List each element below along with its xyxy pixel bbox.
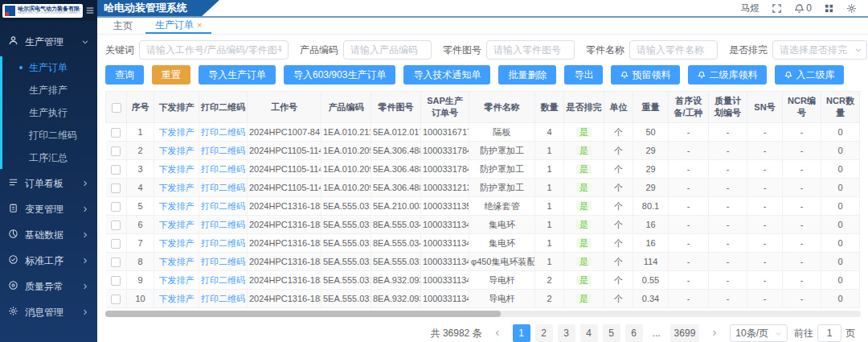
action-button-4[interactable]: 导入技术通知单 xyxy=(403,65,490,84)
page-button-3699[interactable]: 3699 xyxy=(670,324,700,342)
notification-bell-icon[interactable]: 0 xyxy=(794,2,812,14)
apps-grid-icon[interactable] xyxy=(824,3,834,14)
dispatch-link[interactable]: 下发排产 xyxy=(159,201,194,211)
sidebar-subitem-0[interactable]: 生产订单 xyxy=(0,56,97,79)
action-button-6[interactable]: 导出 xyxy=(564,65,603,84)
next-page-button[interactable] xyxy=(706,324,723,342)
sidebar-item-3[interactable]: 基础数据 xyxy=(0,222,97,248)
print-qrcode-link[interactable]: 打印二维码 xyxy=(201,146,245,155)
sidebar-subitem-2[interactable]: 生产执行 xyxy=(0,101,97,124)
action-button-2[interactable]: 导入生产订单 xyxy=(199,65,276,84)
page-button-2[interactable]: 2 xyxy=(535,324,553,342)
dispatch-link[interactable]: 下发排产 xyxy=(159,275,194,285)
button-label: 预留领料 xyxy=(632,68,670,82)
page-button-1[interactable]: 1 xyxy=(513,324,530,342)
goto-page-input[interactable] xyxy=(817,324,841,342)
cell-ncr-qty: 0 xyxy=(821,253,860,271)
action-button-5[interactable]: 批量删除 xyxy=(498,65,556,84)
dispatch-link[interactable]: 下发排产 xyxy=(159,164,194,174)
action-button-9[interactable]: 入二级库 xyxy=(775,65,844,84)
row-checkbox[interactable] xyxy=(111,258,121,267)
sidebar-item-0[interactable]: 生产管理 xyxy=(0,29,97,55)
dispatch-link[interactable]: 下发排产 xyxy=(159,220,194,229)
row-checkbox[interactable] xyxy=(111,183,121,193)
horizontal-scrollbar[interactable] xyxy=(105,311,861,317)
action-button-3[interactable]: 导入603/903生产订单 xyxy=(284,65,395,84)
prev-page-button[interactable] xyxy=(489,324,506,342)
cell-work-no: 2024HPC1316-1833-2 xyxy=(248,197,321,216)
page-button-5[interactable]: 5 xyxy=(603,324,620,342)
cell-weight: 0.34 xyxy=(633,290,669,308)
tab-1[interactable]: 生产订单× xyxy=(145,18,211,34)
row-checkbox[interactable] xyxy=(111,128,121,138)
cell-product-code: 5EA.555.0312 xyxy=(321,234,371,253)
page-button-6[interactable]: 6 xyxy=(625,324,643,342)
dispatch-link[interactable]: 下发排产 xyxy=(159,257,194,266)
row-checkbox[interactable] xyxy=(111,220,121,230)
scrollbar-thumb[interactable] xyxy=(105,311,501,317)
table-row: 7下发排产打印二维码2024HPC1316-1833-25EA.555.0312… xyxy=(106,234,861,253)
action-button-8[interactable]: 二级库领料 xyxy=(688,65,767,84)
settings-gear-icon[interactable] xyxy=(846,3,857,14)
keyword-input[interactable] xyxy=(139,40,289,60)
page-button-3[interactable]: 3 xyxy=(558,324,575,342)
sidebar-subitem-3[interactable]: 打印二维码 xyxy=(0,124,97,146)
print-qrcode-link[interactable]: 打印二维码 xyxy=(201,183,245,192)
dispatch-link[interactable]: 下发排产 xyxy=(159,127,194,137)
fullscreen-icon[interactable] xyxy=(772,3,782,14)
part-name-input[interactable] xyxy=(629,40,718,60)
cell-part-no: 5EA.555.0312 xyxy=(371,253,421,271)
sidebar-item-6[interactable]: 消息管理 xyxy=(0,299,97,325)
select-all-checkbox[interactable] xyxy=(112,103,121,113)
cell-sap-no: 10003311348 xyxy=(421,216,469,234)
print-qrcode-link[interactable]: 打印二维码 xyxy=(201,294,245,303)
row-checkbox[interactable] xyxy=(111,239,121,249)
chevron-right-icon xyxy=(81,282,89,290)
row-checkbox[interactable] xyxy=(111,276,121,286)
sidebar-collapse-icon[interactable] xyxy=(85,6,95,15)
sidebar-item-2[interactable]: 变更管理 xyxy=(0,196,97,222)
sidebar-item-label: 订单看板 xyxy=(25,177,75,191)
sidebar-subitem-4[interactable]: 工序汇总 xyxy=(0,146,97,169)
product-code-input[interactable] xyxy=(343,40,432,60)
sidebar-item-label: 质量异常 xyxy=(25,280,75,294)
username[interactable]: 马煜 xyxy=(740,2,760,15)
print-qrcode-link[interactable]: 打印二维码 xyxy=(201,275,245,285)
row-checkbox[interactable] xyxy=(111,165,121,175)
action-button-7[interactable]: 预留领料 xyxy=(611,65,680,84)
page-size-select[interactable]: 10条/页 xyxy=(730,324,788,342)
table-row: 4下发排产打印二维码2024HPC1105-1147-11EA.010.2091… xyxy=(106,179,861,197)
print-qrcode-link[interactable]: 打印二维码 xyxy=(201,238,245,248)
cell-work-no: 2024HPC1105-1147-1 xyxy=(248,179,321,197)
cell-part-name: 隔板 xyxy=(469,123,535,142)
dispatch-link[interactable]: 下发排产 xyxy=(159,146,194,155)
sidebar-item-1[interactable]: 订单看板 xyxy=(0,171,97,196)
print-qrcode-link[interactable]: 打印二维码 xyxy=(201,220,245,229)
action-button-1[interactable]: 重置 xyxy=(152,65,190,84)
part-no-input[interactable] xyxy=(486,40,575,60)
row-checkbox[interactable] xyxy=(111,295,121,304)
print-qrcode-link[interactable]: 打印二维码 xyxy=(201,201,245,211)
print-qrcode-link[interactable]: 打印二维码 xyxy=(201,127,245,137)
row-checkbox[interactable] xyxy=(111,202,121,212)
print-qrcode-link[interactable]: 打印二维码 xyxy=(201,257,245,266)
row-checkbox[interactable] xyxy=(111,146,121,156)
dispatch-link[interactable]: 下发排产 xyxy=(159,183,194,192)
tab-0[interactable]: 主页 xyxy=(104,18,142,34)
cell-first-equipment: - xyxy=(669,271,709,290)
cell-product-code: 5EA.555.0312 xyxy=(321,290,371,308)
page-button-4[interactable]: 4 xyxy=(580,324,598,342)
cell-part-no: 5EA.306.4887 xyxy=(371,160,421,179)
sidebar-item-4[interactable]: 标准工序 xyxy=(0,248,97,274)
filter-part-no: 零件图号 xyxy=(443,40,575,60)
sidebar-item-5[interactable]: 质量异常 xyxy=(0,274,97,299)
ranked-select[interactable] xyxy=(772,40,867,60)
sidebar-subitem-1[interactable]: 生产排产 xyxy=(0,79,97,101)
cell-unit: 个 xyxy=(604,271,633,290)
close-tab-icon[interactable]: × xyxy=(197,20,202,30)
action-button-0[interactable]: 查询 xyxy=(105,65,144,84)
column-header: 数量 xyxy=(535,92,564,123)
dispatch-link[interactable]: 下发排产 xyxy=(159,294,194,303)
dispatch-link[interactable]: 下发排产 xyxy=(159,238,194,248)
print-qrcode-link[interactable]: 打印二维码 xyxy=(201,164,245,174)
